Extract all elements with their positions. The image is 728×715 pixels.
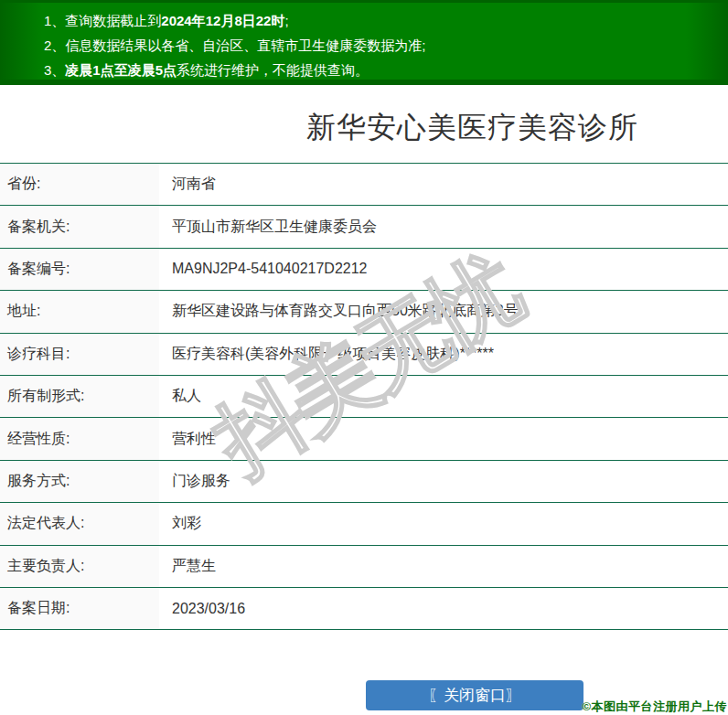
upload-credit-badge: ©本图由平台注册用户上传 bbox=[582, 699, 727, 715]
row-value: 刘彩 bbox=[161, 514, 201, 533]
row-value: 2023/03/16 bbox=[161, 601, 245, 617]
table-row: 备案机关:平顶山市新华区卫生健康委员会 bbox=[0, 206, 728, 248]
row-label: 备案机关: bbox=[0, 206, 161, 247]
row-label: 备案日期: bbox=[0, 588, 161, 629]
close-window-button[interactable]: 〖关闭窗口〗 bbox=[366, 680, 583, 710]
row-value: 营利性 bbox=[161, 430, 216, 449]
row-label: 经营性质: bbox=[0, 418, 161, 459]
notice-line: 3、凌晨1点至凌晨5点系统进行维护，不能提供查询。 bbox=[44, 58, 728, 82]
row-value: 门诊服务 bbox=[161, 472, 230, 491]
table-row: 省份:河南省 bbox=[0, 164, 728, 206]
row-value: 私人 bbox=[161, 387, 201, 406]
table-row: 服务方式:门诊服务 bbox=[0, 461, 728, 503]
row-label: 地址: bbox=[0, 291, 161, 332]
table-row: 地址:新华区建设路与体育路交叉口向西50米路北底商第3号 bbox=[0, 291, 728, 333]
row-label: 法定代表人: bbox=[0, 503, 161, 544]
row-value: 平顶山市新华区卫生健康委员会 bbox=[161, 218, 377, 237]
row-label: 所有制形式: bbox=[0, 376, 161, 417]
row-value: MA9NJ2P4-541040217D2212 bbox=[161, 261, 367, 277]
table-row: 经营性质:营利性 bbox=[0, 418, 728, 460]
table-row: 主要负责人:严慧生 bbox=[0, 546, 728, 588]
row-value: 河南省 bbox=[161, 175, 216, 194]
row-label: 服务方式: bbox=[0, 461, 161, 502]
table-row: 法定代表人:刘彩 bbox=[0, 503, 728, 545]
row-value: 医疗美容科(美容外科限一级项目美容皮肤科)****** bbox=[161, 345, 494, 364]
row-label: 省份: bbox=[0, 164, 161, 205]
table-row: 备案编号:MA9NJ2P4-541040217D2212 bbox=[0, 249, 728, 291]
notice-banner: 1、查询数据截止到2024年12月8日22时;2、信息数据结果以各省、自治区、直… bbox=[0, 0, 728, 85]
notice-lines: 1、查询数据截止到2024年12月8日22时;2、信息数据结果以各省、自治区、直… bbox=[0, 3, 728, 82]
notice-line: 1、查询数据截止到2024年12月8日22时; bbox=[44, 8, 728, 33]
notice-line: 2、信息数据结果以各省、自治区、直辖市卫生健康委数据为准; bbox=[44, 33, 728, 58]
row-value: 严慧生 bbox=[161, 557, 216, 576]
record-table: 省份:河南省备案机关:平顶山市新华区卫生健康委员会备案编号:MA9NJ2P4-5… bbox=[0, 163, 728, 630]
table-row: 诊疗科目:医疗美容科(美容外科限一级项目美容皮肤科)****** bbox=[0, 334, 728, 376]
row-label: 主要负责人: bbox=[0, 546, 161, 587]
row-value: 新华区建设路与体育路交叉口向西50米路北底商第3号 bbox=[161, 302, 519, 321]
row-label: 备案编号: bbox=[0, 249, 161, 290]
row-label: 诊疗科目: bbox=[0, 334, 161, 375]
page-title: 新华安心美医疗美容诊所 bbox=[306, 108, 727, 148]
table-row: 备案日期:2023/03/16 bbox=[0, 588, 728, 630]
table-row: 所有制形式:私人 bbox=[0, 376, 728, 418]
